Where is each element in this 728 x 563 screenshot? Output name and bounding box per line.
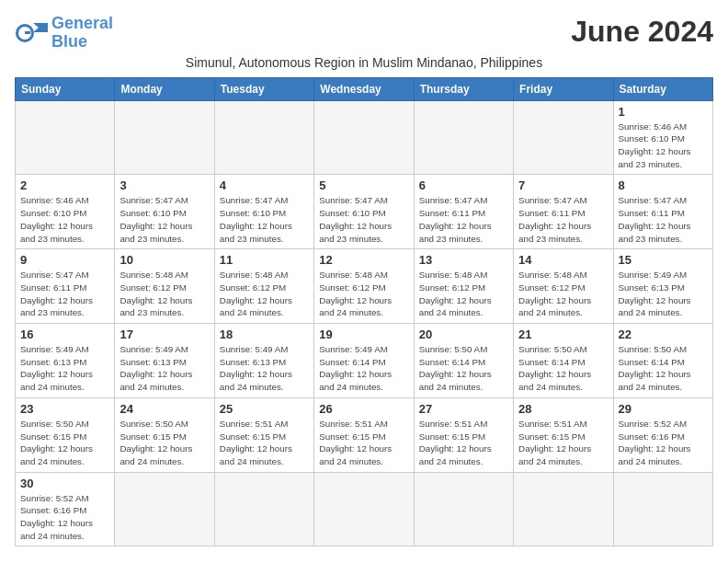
- day-info: Sunrise: 5:50 AM Sunset: 6:15 PM Dayligh…: [119, 418, 209, 468]
- day-info: Sunrise: 5:48 AM Sunset: 6:12 PM Dayligh…: [518, 269, 608, 319]
- day-info: Sunrise: 5:51 AM Sunset: 6:15 PM Dayligh…: [220, 418, 309, 468]
- weekday-header-tuesday: Tuesday: [214, 77, 313, 100]
- day-info: Sunrise: 5:49 AM Sunset: 6:13 PM Dayligh…: [220, 343, 309, 394]
- calendar-cell: 14Sunrise: 5:48 AM Sunset: 6:12 PM Dayli…: [514, 249, 613, 324]
- svg-marker-3: [33, 23, 48, 32]
- day-info: Sunrise: 5:49 AM Sunset: 6:14 PM Dayligh…: [319, 343, 408, 394]
- calendar-cell: 30Sunrise: 5:52 AM Sunset: 6:16 PM Dayli…: [16, 472, 115, 546]
- day-info: Sunrise: 5:50 AM Sunset: 6:14 PM Dayligh…: [619, 343, 708, 394]
- calendar-cell: 15Sunrise: 5:49 AM Sunset: 6:13 PM Dayli…: [613, 249, 712, 324]
- day-number: 23: [20, 402, 109, 416]
- calendar-cell: 16Sunrise: 5:49 AM Sunset: 6:13 PM Dayli…: [16, 324, 115, 398]
- day-number: 9: [20, 253, 109, 267]
- day-info: Sunrise: 5:51 AM Sunset: 6:15 PM Dayligh…: [518, 418, 608, 468]
- day-info: Sunrise: 5:47 AM Sunset: 6:10 PM Dayligh…: [119, 194, 209, 245]
- day-info: Sunrise: 5:48 AM Sunset: 6:12 PM Dayligh…: [419, 269, 508, 319]
- day-number: 22: [619, 327, 708, 341]
- calendar-cell: 17Sunrise: 5:49 AM Sunset: 6:13 PM Dayli…: [115, 324, 214, 398]
- calendar-cell: 26Sunrise: 5:51 AM Sunset: 6:15 PM Dayli…: [314, 397, 414, 472]
- calendar-cell: 18Sunrise: 5:49 AM Sunset: 6:13 PM Dayli…: [214, 324, 313, 398]
- logo: GeneralBlue: [15, 15, 113, 52]
- calendar-cell: [115, 472, 214, 546]
- day-number: 4: [220, 178, 309, 192]
- calendar-subtitle: Simunul, Autonomous Region in Muslim Min…: [15, 55, 713, 70]
- calendar-cell: [314, 100, 414, 175]
- month-title: June 2024: [571, 15, 713, 49]
- day-info: Sunrise: 5:48 AM Sunset: 6:12 PM Dayligh…: [119, 269, 209, 319]
- calendar-cell: [414, 100, 513, 175]
- calendar-cell: 6Sunrise: 5:47 AM Sunset: 6:11 PM Daylig…: [414, 175, 513, 249]
- day-info: Sunrise: 5:50 AM Sunset: 6:15 PM Dayligh…: [20, 418, 109, 468]
- calendar-cell: 1Sunrise: 5:46 AM Sunset: 6:10 PM Daylig…: [613, 100, 712, 175]
- day-number: 18: [220, 327, 309, 341]
- calendar-table: SundayMondayTuesdayWednesdayThursdayFrid…: [15, 77, 713, 547]
- day-number: 21: [518, 327, 608, 341]
- day-number: 3: [119, 178, 209, 192]
- calendar-cell: [613, 472, 712, 546]
- calendar-cell: [314, 472, 414, 546]
- weekday-header-friday: Friday: [514, 77, 613, 100]
- logo-text: GeneralBlue: [51, 15, 113, 52]
- calendar-cell: 3Sunrise: 5:47 AM Sunset: 6:10 PM Daylig…: [115, 175, 214, 249]
- day-number: 19: [319, 327, 408, 341]
- day-number: 25: [220, 402, 309, 416]
- day-number: 24: [119, 402, 209, 416]
- calendar-cell: 13Sunrise: 5:48 AM Sunset: 6:12 PM Dayli…: [414, 249, 513, 324]
- day-info: Sunrise: 5:48 AM Sunset: 6:12 PM Dayligh…: [220, 269, 309, 319]
- day-number: 2: [20, 178, 109, 192]
- day-number: 26: [319, 402, 408, 416]
- day-info: Sunrise: 5:49 AM Sunset: 6:13 PM Dayligh…: [119, 343, 209, 394]
- calendar-cell: [16, 100, 115, 175]
- calendar-cell: 5Sunrise: 5:47 AM Sunset: 6:10 PM Daylig…: [314, 175, 414, 249]
- day-number: 20: [419, 327, 508, 341]
- calendar-cell: 24Sunrise: 5:50 AM Sunset: 6:15 PM Dayli…: [115, 397, 214, 472]
- calendar-cell: 28Sunrise: 5:51 AM Sunset: 6:15 PM Dayli…: [514, 397, 613, 472]
- day-info: Sunrise: 5:52 AM Sunset: 6:16 PM Dayligh…: [20, 492, 109, 543]
- calendar-cell: 4Sunrise: 5:47 AM Sunset: 6:10 PM Daylig…: [214, 175, 313, 249]
- day-info: Sunrise: 5:47 AM Sunset: 6:10 PM Dayligh…: [319, 194, 408, 245]
- day-info: Sunrise: 5:47 AM Sunset: 6:11 PM Dayligh…: [619, 194, 708, 245]
- day-number: 5: [319, 178, 408, 192]
- calendar-cell: 10Sunrise: 5:48 AM Sunset: 6:12 PM Dayli…: [115, 249, 214, 324]
- calendar-cell: [514, 100, 613, 175]
- day-number: 11: [220, 253, 309, 267]
- day-info: Sunrise: 5:46 AM Sunset: 6:10 PM Dayligh…: [20, 194, 109, 245]
- day-info: Sunrise: 5:47 AM Sunset: 6:10 PM Dayligh…: [220, 194, 309, 245]
- day-number: 1: [619, 105, 708, 119]
- calendar-cell: [414, 472, 513, 546]
- weekday-header-thursday: Thursday: [414, 77, 513, 100]
- weekday-header-wednesday: Wednesday: [314, 77, 414, 100]
- day-number: 15: [619, 253, 708, 267]
- day-info: Sunrise: 5:47 AM Sunset: 6:11 PM Dayligh…: [20, 269, 109, 319]
- calendar-cell: [115, 100, 214, 175]
- day-number: 17: [119, 327, 209, 341]
- calendar-cell: 22Sunrise: 5:50 AM Sunset: 6:14 PM Dayli…: [613, 324, 712, 398]
- weekday-header-saturday: Saturday: [613, 77, 712, 100]
- day-number: 10: [119, 253, 209, 267]
- calendar-cell: 25Sunrise: 5:51 AM Sunset: 6:15 PM Dayli…: [214, 397, 313, 472]
- calendar-cell: 8Sunrise: 5:47 AM Sunset: 6:11 PM Daylig…: [613, 175, 712, 249]
- svg-rect-2: [25, 31, 30, 34]
- day-number: 16: [20, 327, 109, 341]
- day-info: Sunrise: 5:50 AM Sunset: 6:14 PM Dayligh…: [419, 343, 508, 394]
- day-info: Sunrise: 5:47 AM Sunset: 6:11 PM Dayligh…: [419, 194, 508, 245]
- day-number: 7: [518, 178, 608, 192]
- day-number: 6: [419, 178, 508, 192]
- calendar-cell: 7Sunrise: 5:47 AM Sunset: 6:11 PM Daylig…: [514, 175, 613, 249]
- calendar-cell: 21Sunrise: 5:50 AM Sunset: 6:14 PM Dayli…: [514, 324, 613, 398]
- day-info: Sunrise: 5:51 AM Sunset: 6:15 PM Dayligh…: [419, 418, 508, 468]
- calendar-cell: 27Sunrise: 5:51 AM Sunset: 6:15 PM Dayli…: [414, 397, 513, 472]
- day-info: Sunrise: 5:51 AM Sunset: 6:15 PM Dayligh…: [319, 418, 408, 468]
- day-info: Sunrise: 5:48 AM Sunset: 6:12 PM Dayligh…: [319, 269, 408, 319]
- calendar-cell: 20Sunrise: 5:50 AM Sunset: 6:14 PM Dayli…: [414, 324, 513, 398]
- calendar-cell: 12Sunrise: 5:48 AM Sunset: 6:12 PM Dayli…: [314, 249, 414, 324]
- day-info: Sunrise: 5:49 AM Sunset: 6:13 PM Dayligh…: [619, 269, 708, 319]
- day-number: 30: [20, 477, 109, 490]
- day-number: 28: [518, 402, 608, 416]
- calendar-cell: 2Sunrise: 5:46 AM Sunset: 6:10 PM Daylig…: [16, 175, 115, 249]
- day-number: 13: [419, 253, 508, 267]
- day-number: 8: [619, 178, 708, 192]
- day-info: Sunrise: 5:46 AM Sunset: 6:10 PM Dayligh…: [619, 121, 708, 171]
- day-number: 14: [518, 253, 608, 267]
- calendar-cell: 9Sunrise: 5:47 AM Sunset: 6:11 PM Daylig…: [16, 249, 115, 324]
